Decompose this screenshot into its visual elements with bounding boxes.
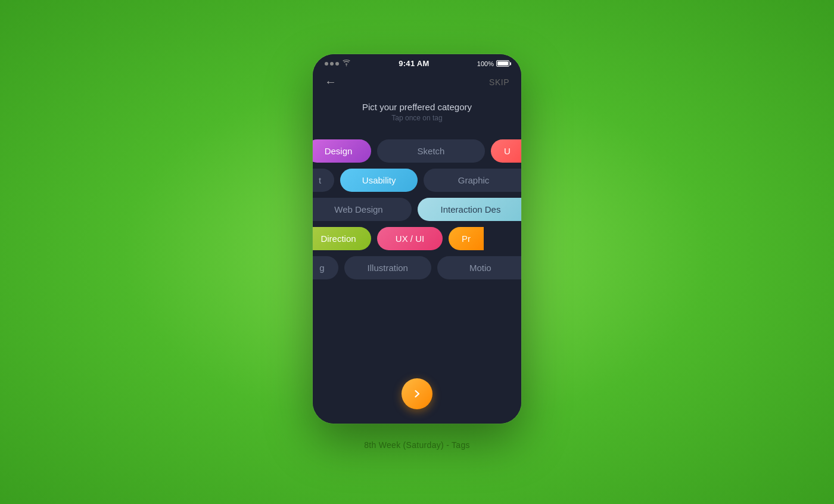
tag-u[interactable]: U [491, 139, 521, 163]
signal-dot-1 [325, 62, 328, 66]
tag-t[interactable]: t [313, 169, 334, 192]
nav-bar: ← SKIP [313, 70, 521, 96]
tag-row-4: Direction UX / UI Pr [313, 224, 521, 253]
status-bar: 9:41 AM 100% [313, 54, 521, 70]
tag-uxui[interactable]: UX / UI [377, 227, 443, 250]
tag-pr[interactable]: Pr [449, 227, 484, 250]
skip-button[interactable]: SKIP [489, 77, 509, 87]
tag-row-2: t Usability Graphic [313, 166, 521, 195]
bottom-area [313, 369, 521, 424]
tag-direction[interactable]: Direction [313, 227, 371, 250]
footer-label: 8th Week (Saturday) - Tags [364, 440, 470, 450]
tag-illustration[interactable]: Illustration [344, 256, 431, 279]
signal-dot-3 [335, 62, 339, 66]
tag-interaction-des[interactable]: Interaction Des [418, 198, 521, 221]
status-time: 9:41 AM [399, 59, 429, 68]
tag-row-5: g Illustration Motio [313, 253, 521, 282]
battery-icon [496, 60, 509, 67]
header-title: Pict your preffered category [325, 102, 509, 112]
tag-design[interactable]: Design [313, 139, 371, 163]
tag-sketch[interactable]: Sketch [377, 139, 485, 163]
signal-dot-2 [330, 62, 334, 66]
tag-usability[interactable]: Usability [340, 169, 418, 192]
tag-web-design[interactable]: Web Design [313, 198, 412, 221]
next-button[interactable] [402, 378, 432, 409]
tag-row-3: Web Design Interaction Des [313, 195, 521, 224]
header: Pict your preffered category Tap once on… [313, 96, 521, 132]
tags-area: Design Sketch U t Usability Graphic [313, 132, 521, 369]
header-subtitle: Tap once on tag [325, 114, 509, 122]
tag-graphic[interactable]: Graphic [424, 169, 521, 192]
wifi-icon [342, 60, 351, 68]
battery-percent: 100% [477, 60, 494, 67]
tag-row-1: Design Sketch U [313, 136, 521, 166]
back-button[interactable]: ← [325, 75, 337, 89]
phone-frame: 9:41 AM 100% ← SKIP Pict your preffered … [313, 54, 521, 424]
tag-g[interactable]: g [313, 256, 338, 279]
tag-motion[interactable]: Motio [437, 256, 522, 279]
